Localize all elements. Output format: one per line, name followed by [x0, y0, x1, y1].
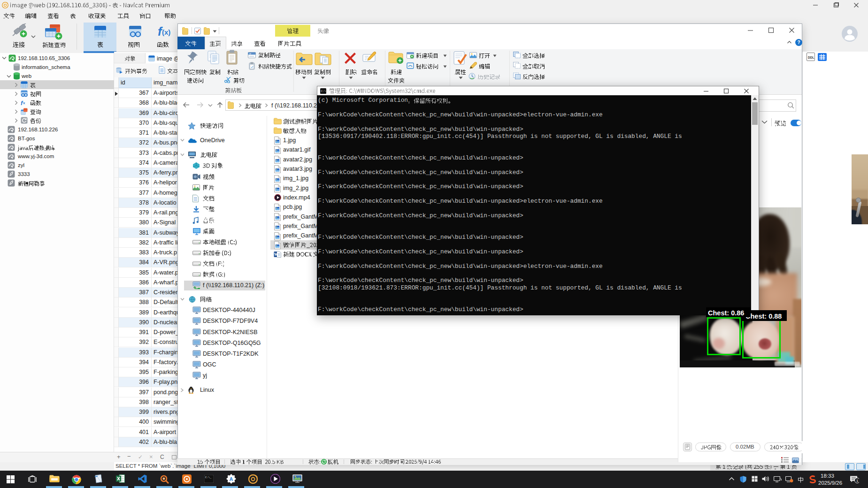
svg-text:1: 1 [856, 479, 858, 483]
svg-text:W: W [249, 53, 251, 55]
svg-text:?: ? [797, 40, 800, 45]
svg-text:C:\: C:\ [321, 90, 326, 93]
svg-text:A: A [230, 476, 233, 482]
svg-text:C:\_: C:\_ [205, 476, 212, 479]
